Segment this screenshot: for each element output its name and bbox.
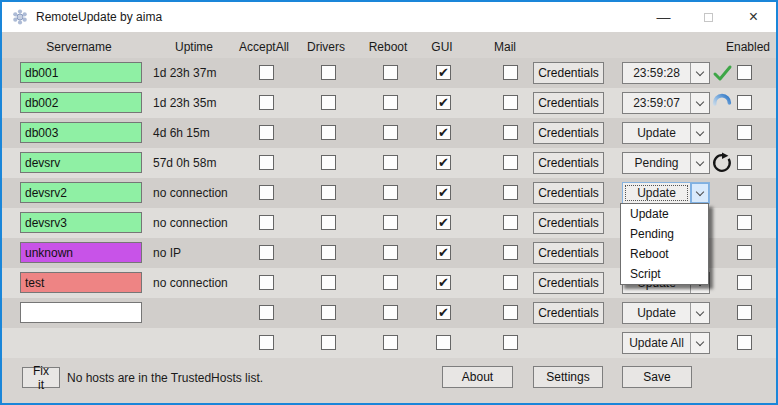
dropdown-option[interactable]: Reboot: [621, 244, 708, 264]
drivers-checkbox[interactable]: [321, 65, 336, 80]
enabled-checkbox[interactable]: [737, 185, 752, 200]
acceptall-checkbox[interactable]: [259, 155, 274, 170]
acceptall-checkbox[interactable]: [259, 185, 274, 200]
combobox-dropdown-button[interactable]: [690, 153, 709, 173]
combobox-dropdown-button[interactable]: [690, 303, 709, 323]
credentials-button[interactable]: Credentials: [533, 182, 604, 204]
reboot-checkbox[interactable]: [383, 125, 398, 140]
close-button[interactable]: ×: [731, 2, 776, 32]
gui-checkbox[interactable]: ✔: [436, 275, 451, 290]
servername-input[interactable]: [20, 302, 142, 323]
mail-checkbox[interactable]: [503, 305, 518, 320]
acceptall-checkbox[interactable]: [259, 305, 274, 320]
credentials-button[interactable]: Credentials: [533, 272, 604, 294]
reboot-checkbox[interactable]: [383, 65, 398, 80]
gui-checkbox[interactable]: ✔: [436, 95, 451, 110]
drivers-checkbox[interactable]: [321, 275, 336, 290]
credentials-button[interactable]: Credentials: [533, 212, 604, 234]
mail-checkbox[interactable]: [503, 65, 518, 80]
gui-checkbox[interactable]: ✔: [436, 185, 451, 200]
combobox-dropdown-button[interactable]: [690, 333, 709, 353]
gui-checkbox[interactable]: ✔: [436, 65, 451, 80]
enabled-checkbox[interactable]: [737, 215, 752, 230]
gui-checkbox[interactable]: [436, 335, 451, 350]
enabled-checkbox[interactable]: [737, 335, 752, 350]
mail-checkbox[interactable]: [503, 335, 518, 350]
reboot-checkbox[interactable]: [383, 95, 398, 110]
enabled-checkbox[interactable]: [737, 245, 752, 260]
enabled-checkbox[interactable]: [737, 95, 752, 110]
acceptall-checkbox[interactable]: [259, 275, 274, 290]
servername-input[interactable]: [20, 182, 142, 203]
credentials-button[interactable]: Credentials: [533, 62, 604, 84]
enabled-checkbox[interactable]: [737, 305, 752, 320]
save-button[interactable]: Save: [622, 366, 692, 388]
settings-button[interactable]: Settings: [533, 366, 603, 388]
mail-checkbox[interactable]: [503, 215, 518, 230]
drivers-checkbox[interactable]: [321, 335, 336, 350]
gui-checkbox[interactable]: ✔: [436, 215, 451, 230]
servername-input[interactable]: [20, 122, 142, 143]
reboot-checkbox[interactable]: [383, 275, 398, 290]
drivers-checkbox[interactable]: [321, 215, 336, 230]
reboot-checkbox[interactable]: [383, 245, 398, 260]
acceptall-checkbox[interactable]: [259, 125, 274, 140]
acceptall-checkbox[interactable]: [259, 215, 274, 230]
about-button[interactable]: About: [442, 366, 513, 388]
gui-checkbox[interactable]: ✔: [436, 155, 451, 170]
reboot-checkbox[interactable]: [383, 185, 398, 200]
acceptall-checkbox[interactable]: [259, 245, 274, 260]
action-combobox[interactable]: Update All: [622, 332, 710, 354]
combobox-dropdown-button[interactable]: [690, 63, 709, 83]
mail-checkbox[interactable]: [503, 125, 518, 140]
dropdown-option[interactable]: Script: [621, 264, 708, 284]
drivers-checkbox[interactable]: [321, 245, 336, 260]
reboot-checkbox[interactable]: [383, 305, 398, 320]
fix-it-button[interactable]: Fix it: [22, 367, 60, 388]
servername-input[interactable]: [20, 92, 142, 113]
action-combobox[interactable]: 23:59:07: [622, 92, 710, 114]
reboot-checkbox[interactable]: [383, 215, 398, 230]
drivers-checkbox[interactable]: [321, 305, 336, 320]
acceptall-checkbox[interactable]: [259, 95, 274, 110]
credentials-button[interactable]: Credentials: [533, 152, 604, 174]
combobox-dropdown-button[interactable]: [690, 183, 709, 203]
servername-input[interactable]: [20, 152, 142, 173]
combobox-dropdown-button[interactable]: [690, 123, 709, 143]
credentials-button[interactable]: Credentials: [533, 242, 604, 264]
servername-input[interactable]: [20, 242, 142, 263]
drivers-checkbox[interactable]: [321, 185, 336, 200]
action-combobox[interactable]: 23:59:28: [622, 62, 710, 84]
dropdown-option[interactable]: Update: [621, 204, 708, 224]
mail-checkbox[interactable]: [503, 155, 518, 170]
drivers-checkbox[interactable]: [321, 95, 336, 110]
gui-checkbox[interactable]: ✔: [436, 245, 451, 260]
credentials-button[interactable]: Credentials: [533, 92, 604, 114]
combobox-dropdown-button[interactable]: [690, 93, 709, 113]
enabled-checkbox[interactable]: [737, 65, 752, 80]
servername-input[interactable]: [20, 272, 142, 293]
servername-input[interactable]: [20, 212, 142, 233]
reboot-checkbox[interactable]: [383, 335, 398, 350]
dropdown-option[interactable]: Pending: [621, 224, 708, 244]
action-combobox[interactable]: Update: [622, 302, 710, 324]
drivers-checkbox[interactable]: [321, 125, 336, 140]
reboot-checkbox[interactable]: [383, 155, 398, 170]
mail-checkbox[interactable]: [503, 245, 518, 260]
acceptall-checkbox[interactable]: [259, 65, 274, 80]
maximize-button[interactable]: [686, 2, 731, 32]
drivers-checkbox[interactable]: [321, 155, 336, 170]
servername-input[interactable]: [20, 62, 142, 83]
action-combobox[interactable]: Update: [622, 122, 710, 144]
action-combobox[interactable]: Update: [622, 182, 710, 204]
minimize-button[interactable]: —: [641, 2, 686, 32]
credentials-button[interactable]: Credentials: [533, 302, 604, 324]
action-combobox[interactable]: Pending: [622, 152, 710, 174]
mail-checkbox[interactable]: [503, 275, 518, 290]
acceptall-checkbox[interactable]: [259, 335, 274, 350]
mail-checkbox[interactable]: [503, 185, 518, 200]
credentials-button[interactable]: Credentials: [533, 122, 604, 144]
enabled-checkbox[interactable]: [737, 275, 752, 290]
mail-checkbox[interactable]: [503, 95, 518, 110]
enabled-checkbox[interactable]: [737, 155, 752, 170]
